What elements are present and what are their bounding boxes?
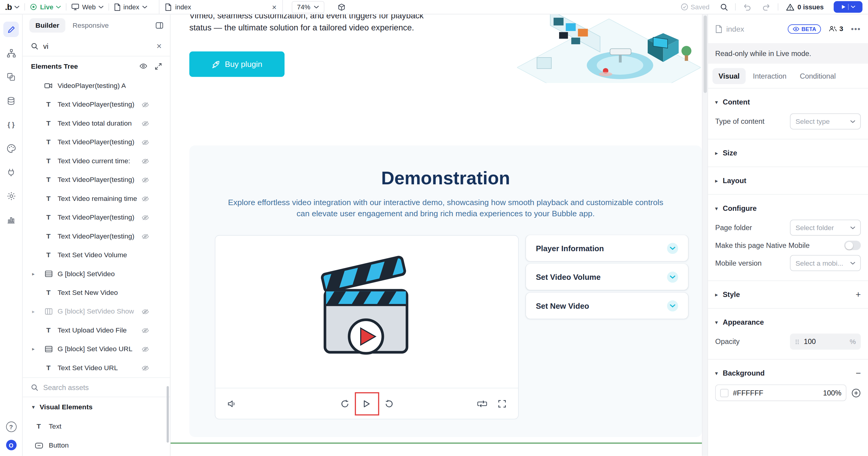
expand-arrow-icon[interactable]: ▸ bbox=[32, 346, 35, 352]
section-style-header[interactable]: ▸ Style + bbox=[715, 286, 861, 304]
undo-icon[interactable] bbox=[739, 3, 755, 10]
text-element-icon: T bbox=[44, 176, 53, 184]
tab-visual[interactable]: Visual bbox=[712, 68, 746, 84]
tree-item[interactable]: T Text VideoPlayer(testing) bbox=[23, 133, 170, 152]
palette-item-button[interactable]: Button bbox=[23, 436, 170, 455]
panel-scrollbar[interactable] bbox=[167, 386, 169, 443]
remove-background-icon[interactable]: − bbox=[856, 369, 861, 378]
redo-icon[interactable] bbox=[758, 3, 774, 10]
bubble-logo-menu[interactable]: .b bbox=[0, 0, 24, 14]
section-appearance-header[interactable]: ▾ Appearance bbox=[715, 313, 861, 332]
buy-plugin-button[interactable]: Buy plugin bbox=[189, 52, 284, 77]
tree-item[interactable]: T Text VideoPlayer(testing) bbox=[23, 95, 170, 114]
opacity-input[interactable]: 100 % bbox=[790, 334, 861, 350]
tree-item[interactable]: ▸ G [block] Set Video URL bbox=[23, 340, 170, 358]
text-element-icon: T bbox=[44, 289, 53, 297]
preview-button[interactable] bbox=[834, 1, 863, 13]
play-icon[interactable] bbox=[363, 400, 370, 408]
tab-conditional[interactable]: Conditional bbox=[794, 68, 842, 84]
page-folder-select[interactable]: Select folder bbox=[790, 220, 861, 235]
zoom-select[interactable]: 74% bbox=[291, 1, 324, 13]
plugins-tab-icon[interactable] bbox=[3, 164, 19, 180]
section-configure-header[interactable]: ▾ Configure bbox=[715, 199, 861, 218]
section-layout-header[interactable]: ▸ Layout bbox=[715, 171, 861, 190]
tree-item[interactable]: ▸ G [block] SetVideo bbox=[23, 264, 170, 283]
color-swatch[interactable] bbox=[720, 389, 729, 397]
add-color-icon[interactable] bbox=[851, 388, 861, 397]
database-tab-icon[interactable] bbox=[3, 93, 19, 108]
add-style-icon[interactable]: + bbox=[856, 290, 861, 299]
mobile-version-select[interactable]: Select a mobi... bbox=[790, 255, 861, 271]
settings-tab-icon[interactable] bbox=[3, 188, 19, 203]
tree-item[interactable]: T Text Upload Video File bbox=[23, 321, 170, 339]
section-title: Content bbox=[723, 98, 750, 106]
assets-search-input[interactable] bbox=[43, 383, 161, 392]
tab-interaction[interactable]: Interaction bbox=[747, 68, 793, 84]
tab-builder[interactable]: Builder bbox=[29, 19, 65, 33]
tree-item[interactable]: T Text VideoPlayer(testing) bbox=[23, 227, 170, 246]
beta-badge[interactable]: BETA bbox=[787, 24, 821, 33]
logs-tab-icon[interactable] bbox=[3, 212, 19, 227]
clear-search-icon[interactable]: × bbox=[156, 42, 161, 51]
page-selector[interactable]: index bbox=[109, 0, 152, 14]
section-content-header[interactable]: ▾ Content bbox=[715, 93, 861, 111]
background-color-input[interactable]: #FFFFFF 100% bbox=[715, 385, 846, 401]
tree-item[interactable]: T Text Set Video URL bbox=[23, 358, 170, 377]
workflow-tab-icon[interactable] bbox=[3, 45, 19, 61]
expand-arrow-icon[interactable]: ▸ bbox=[32, 271, 35, 276]
expand-arrow-icon[interactable]: ▸ bbox=[32, 309, 35, 314]
replay-icon[interactable] bbox=[340, 399, 349, 408]
help-icon[interactable]: ? bbox=[6, 422, 16, 432]
text-element-icon: T bbox=[44, 251, 53, 259]
property-tabs: Visual Interaction Conditional bbox=[708, 64, 868, 89]
loop-icon[interactable] bbox=[477, 400, 487, 408]
section-background-header[interactable]: ▾ Background − bbox=[715, 364, 861, 383]
tree-item[interactable]: T Text Video remaining time bbox=[23, 189, 170, 208]
eye-icon[interactable] bbox=[140, 63, 147, 70]
accordion-set-new-video[interactable]: Set New Video bbox=[526, 293, 688, 319]
native-mobile-toggle[interactable] bbox=[844, 241, 861, 250]
palette-item-text[interactable]: T Text bbox=[23, 417, 170, 436]
tree-item[interactable]: T Text Video total duration bbox=[23, 114, 170, 133]
styles-tab-icon[interactable] bbox=[3, 141, 19, 156]
platform-selector[interactable]: Web bbox=[67, 0, 108, 14]
forward-icon[interactable] bbox=[384, 399, 393, 408]
video-player[interactable] bbox=[215, 235, 519, 420]
tree-item-label: G [block] SetVideo bbox=[58, 270, 115, 278]
scrollbar-thumb[interactable] bbox=[704, 15, 707, 93]
fullscreen-icon[interactable] bbox=[498, 400, 506, 408]
tree-item[interactable]: VideoPlayer(testing) A bbox=[23, 76, 170, 95]
section-size-header[interactable]: ▸ Size bbox=[715, 144, 861, 162]
expand-tree-icon[interactable] bbox=[155, 63, 161, 70]
tree-item[interactable]: T Text VideoPlayer(testing) bbox=[23, 208, 170, 227]
tab-responsive[interactable]: Responsive bbox=[67, 19, 115, 33]
environment-selector[interactable]: Live bbox=[25, 0, 66, 14]
accordion-player-information[interactable]: Player Information bbox=[526, 235, 688, 261]
tree-item[interactable]: T Text Set New Video bbox=[23, 283, 170, 302]
search-icon[interactable] bbox=[716, 3, 732, 11]
search-input[interactable] bbox=[43, 42, 151, 51]
canvas-scrollbar[interactable] bbox=[702, 14, 707, 456]
volume-icon[interactable] bbox=[227, 400, 237, 408]
components-tab-icon[interactable] bbox=[3, 69, 19, 85]
visual-elements-section[interactable]: ▾ Visual Elements bbox=[23, 397, 170, 417]
more-options-icon[interactable]: ••• bbox=[851, 24, 861, 33]
collaborators-indicator[interactable]: 3 bbox=[829, 25, 843, 33]
collapse-panel-icon[interactable] bbox=[156, 22, 163, 29]
accordion-set-video-volume[interactable]: Set Video Volume bbox=[526, 264, 688, 290]
account-avatar[interactable]: O bbox=[6, 440, 16, 450]
caret-right-icon: ▸ bbox=[715, 150, 718, 156]
code-tab-icon[interactable]: { } bbox=[3, 117, 19, 132]
section-title: Style bbox=[723, 290, 740, 299]
tree-item[interactable]: ▸ G [block] SetVideo Show bbox=[23, 302, 170, 321]
component-library-icon[interactable] bbox=[332, 3, 350, 11]
tree-item[interactable]: T Text Set Video Volume bbox=[23, 246, 170, 264]
tab-index[interactable]: index × bbox=[158, 0, 282, 14]
design-tab-icon[interactable] bbox=[3, 22, 19, 37]
tree-item[interactable]: T Text VideoPlayer(testing) bbox=[23, 170, 170, 189]
editor-canvas[interactable]: Vimeo, seamless customization, and event… bbox=[170, 14, 708, 456]
issues-indicator[interactable]: 0 issues bbox=[781, 3, 828, 11]
type-of-content-select[interactable]: Select type bbox=[790, 113, 861, 130]
tree-item[interactable]: T Text Video current time: bbox=[23, 152, 170, 170]
close-icon[interactable]: × bbox=[272, 3, 276, 11]
